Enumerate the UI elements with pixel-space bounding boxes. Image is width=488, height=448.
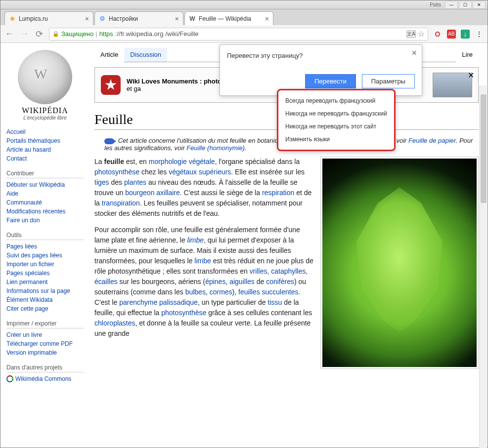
tab-close-icon[interactable]: ×: [85, 15, 89, 23]
sidebar-pagesliees[interactable]: Pages liées: [6, 242, 84, 251]
tab-lire[interactable]: Lire: [456, 48, 479, 62]
link-plantes[interactable]: plantes: [124, 178, 146, 186]
link-limbe1[interactable]: limbe: [187, 236, 204, 244]
tab-discussion[interactable]: Discussion: [124, 48, 167, 62]
menu-icon[interactable]: ⋮: [475, 30, 484, 39]
opera-icon[interactable]: O: [433, 30, 442, 39]
article-body: La feuille est, en morphologie végétale,…: [94, 157, 313, 369]
window-max-button[interactable]: ☐: [459, 1, 472, 9]
link-vegetaux[interactable]: végétaux supérieurs: [169, 168, 231, 176]
banner-close-icon[interactable]: ✕: [468, 71, 474, 80]
sidebar-communaute[interactable]: Communauté: [6, 198, 84, 207]
banner-thumb: [433, 73, 472, 97]
sidebar-commons[interactable]: Wikimédia Commons: [6, 374, 84, 383]
sidebar-hasard[interactable]: Article au hasard: [6, 145, 84, 154]
sidebar-pdf[interactable]: Télécharger comme PDF: [6, 339, 84, 348]
opt-never-translate-site[interactable]: Никогда не переводить этот сайт: [278, 120, 394, 133]
tab-lumpics[interactable]: Lumpics.ru ×: [4, 11, 93, 25]
link-limbe2[interactable]: limbe: [194, 257, 211, 265]
link-coniferes[interactable]: conifères: [266, 278, 294, 285]
translate-close-icon[interactable]: ×: [411, 48, 417, 58]
window-close-button[interactable]: ✕: [473, 1, 486, 9]
link-aiguilles[interactable]: aiguilles: [229, 278, 255, 285]
opt-change-languages[interactable]: Изменить языки: [278, 133, 394, 146]
sidebar-accueil[interactable]: Accueil: [6, 127, 84, 136]
translate-button[interactable]: Перевести: [305, 74, 356, 88]
tab-label: Lumpics.ru: [19, 15, 48, 22]
sidebar-suivi[interactable]: Suivi des pages liées: [6, 251, 84, 260]
tab-settings[interactable]: ⚙ Настройки ×: [94, 11, 183, 25]
link-homonymie[interactable]: Feuille (homonymie): [186, 144, 245, 152]
url-box[interactable]: 🔒 Защищено | https://fr.wikipedia.org/wi…: [49, 28, 428, 41]
sidebar-imprim[interactable]: Version imprimable: [6, 348, 84, 357]
sidebar-aide[interactable]: Aide: [6, 189, 84, 198]
url-path: /wiki/Feuille: [165, 30, 198, 38]
scrollbar-thumb[interactable]: [481, 94, 487, 203]
back-button[interactable]: ←: [4, 29, 14, 39]
url-scheme: https: [99, 30, 113, 38]
sidebar-livre[interactable]: Créer un livre: [6, 330, 84, 339]
translate-icon[interactable]: 文A: [406, 30, 416, 38]
tab-close-icon[interactable]: ×: [265, 15, 269, 23]
link-morphologie[interactable]: morphologie végétale: [149, 158, 215, 165]
translate-popup: × Перевести эту страницу? Перевести Пара…: [220, 44, 422, 96]
link-bulbes[interactable]: bulbes: [185, 288, 206, 296]
sidebar-don[interactable]: Faire un don: [6, 216, 84, 225]
sidebar-permanent[interactable]: Lien permanent: [6, 278, 84, 286]
logo-title: WIKIPÉDIA: [6, 106, 84, 115]
window-titlebar: Patts — ☐ ✕: [0, 0, 488, 9]
sidebar-portails[interactable]: Portails thématiques: [6, 136, 84, 145]
window-min-button[interactable]: —: [445, 1, 458, 9]
favicon-wikipedia: W: [189, 15, 196, 22]
opt-always-translate[interactable]: Всегда переводить французский: [278, 94, 394, 107]
sidebar-importer[interactable]: Importer un fichier: [6, 260, 84, 269]
link-parenchyme[interactable]: parenchyme palissadique: [119, 298, 198, 306]
link-succulentes[interactable]: feuilles succulentes: [238, 288, 298, 296]
leaf-photo: [322, 159, 477, 367]
link-tissu[interactable]: tissu: [268, 298, 282, 306]
adblock-icon[interactable]: AB: [447, 30, 456, 39]
link-tiges[interactable]: tiges: [94, 178, 109, 186]
link-photosynthese[interactable]: photosynthèse: [94, 168, 139, 176]
tab-close-icon[interactable]: ×: [175, 15, 179, 23]
link-transpiration[interactable]: transpiration: [102, 199, 140, 207]
gear-icon: ⚙: [99, 15, 106, 22]
sidebar-head-print: Imprimer / exporter: [6, 320, 84, 328]
banner-line2: et ga: [127, 85, 141, 92]
window-user: Patts: [430, 2, 441, 7]
link-respiration[interactable]: respiration: [262, 189, 294, 197]
download-icon[interactable]: ↓: [461, 30, 470, 39]
wikipedia-logo[interactable]: WIKIPÉDIA L'encyclopédie libre: [6, 50, 84, 121]
tab-wikipedia[interactable]: W Feuille — Wikipédia ×: [184, 11, 273, 25]
link-cormes[interactable]: cormes: [210, 288, 232, 296]
secure-label: Защищено: [61, 30, 93, 38]
forward-button[interactable]: →: [19, 29, 29, 39]
link-ecailles[interactable]: écailles: [94, 278, 118, 285]
link-vrilles[interactable]: vrilles: [250, 267, 267, 275]
bookmark-star-icon[interactable]: ☆: [418, 29, 425, 39]
address-bar: ← → ⟳ 🔒 Защищено | https://fr.wikipedia.…: [0, 25, 488, 43]
link-bourgeon[interactable]: bourgeon axillaire: [125, 189, 180, 197]
sidebar-speciales[interactable]: Pages spéciales: [6, 269, 84, 278]
reload-button[interactable]: ⟳: [34, 29, 44, 40]
opt-never-translate-lang[interactable]: Никогда не переводить французский: [278, 107, 394, 120]
disambig-icon: [104, 138, 114, 144]
translate-options-button[interactable]: Параметры: [362, 74, 415, 88]
translate-options-menu: Всегда переводить французский Никогда не…: [277, 89, 396, 151]
link-cataphylles[interactable]: cataphylles: [271, 267, 306, 275]
link-feuille-papier[interactable]: Feuille de papier: [408, 137, 456, 144]
link-photosynthese2[interactable]: photosynthèse: [161, 309, 206, 317]
link-epines[interactable]: épines: [205, 278, 225, 285]
globe-icon: [18, 50, 72, 104]
sidebar-infos[interactable]: Informations sur la page: [6, 286, 84, 295]
link-chloroplastes[interactable]: chloroplastes: [94, 319, 135, 327]
sidebar-citer[interactable]: Citer cette page: [6, 304, 84, 313]
translate-question: Перевести эту страницу?: [227, 52, 415, 59]
scrollbar-vertical[interactable]: [479, 85, 487, 448]
tab-article[interactable]: Article: [94, 48, 124, 62]
article-image[interactable]: [320, 157, 479, 369]
sidebar-contact[interactable]: Contact: [6, 154, 84, 163]
sidebar-wikidata[interactable]: Élément Wikidata: [6, 295, 84, 304]
sidebar-debuter[interactable]: Débuter sur Wikipédia: [6, 180, 84, 189]
sidebar-modifs[interactable]: Modifications récentes: [6, 207, 84, 216]
